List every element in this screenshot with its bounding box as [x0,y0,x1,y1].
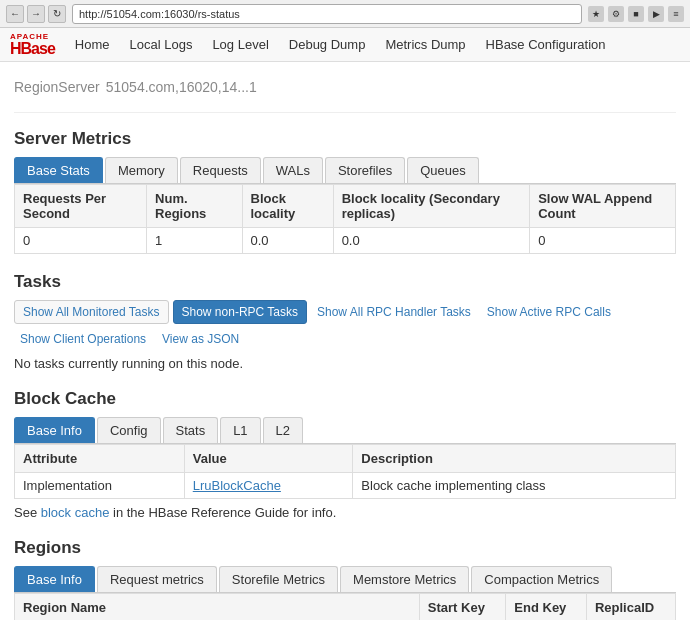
col-num-regions: Num. Regions [147,185,242,228]
regions-table: Region Name Start Key End Key ReplicaID … [14,593,676,620]
browser-toolbar: ← → ↻ ★ ⚙ ■ ▶ ≡ [0,0,690,28]
col-start-key: Start Key [419,594,506,621]
show-non-rpc-tasks-button[interactable]: Show non-RPC Tasks [173,300,308,324]
user-icon[interactable]: ▶ [648,6,664,22]
tab-config[interactable]: Config [97,417,161,443]
tab-base-info[interactable]: Base Info [14,417,95,443]
tab-memory[interactable]: Memory [105,157,178,183]
tab-compaction-metrics[interactable]: Compaction Metrics [471,566,612,592]
task-buttons: Show All Monitored Tasks Show non-RPC Ta… [14,300,676,350]
server-metrics-tabs: Base Stats Memory Requests WALs Storefil… [14,157,676,184]
back-button[interactable]: ← [6,5,24,23]
app-navbar: APACHE HBase Home Local Logs Log Level D… [0,28,690,62]
nav-metrics-dump[interactable]: Metrics Dump [375,28,475,61]
val-slow-wal: 0 [530,228,676,254]
tab-base-stats[interactable]: Base Stats [14,157,103,183]
view-as-json-button[interactable]: View as JSON [156,328,245,350]
hbase-text: HBase [10,41,55,57]
server-metrics-table: Requests Per Second Num. Regions Block l… [14,184,676,254]
page-title: RegionServer 51054.com,16020,14...1 [14,72,676,98]
nav-local-logs[interactable]: Local Logs [120,28,203,61]
nav-log-level[interactable]: Log Level [202,28,278,61]
server-metrics-title: Server Metrics [14,129,676,149]
lru-block-cache-link[interactable]: LruBlockCache [193,478,281,493]
col-end-key: End Key [506,594,587,621]
col-block-locality: Block locality [242,185,333,228]
show-monitored-tasks-button[interactable]: Show All Monitored Tasks [14,300,169,324]
tasks-section: Tasks Show All Monitored Tasks Show non-… [14,272,676,371]
hbase-logo: APACHE HBase [0,28,65,61]
tab-requests[interactable]: Requests [180,157,261,183]
nav-home[interactable]: Home [65,28,120,61]
col-value: Value [184,445,353,473]
tab-l1[interactable]: L1 [220,417,260,443]
block-cache-section: Block Cache Base Info Config Stats L1 L2… [14,389,676,520]
menu-icon[interactable]: ≡ [668,6,684,22]
show-active-rpc-calls-button[interactable]: Show Active RPC Calls [481,301,617,323]
nav-hbase-config[interactable]: HBase Configuration [476,28,616,61]
star-icon[interactable]: ★ [588,6,604,22]
block-cache-tabs: Base Info Config Stats L1 L2 [14,417,676,444]
tab-stats[interactable]: Stats [163,417,219,443]
col-attribute: Attribute [15,445,185,473]
tab-request-metrics[interactable]: Request metrics [97,566,217,592]
block-cache-table: Attribute Value Description Implementati… [14,444,676,499]
val-block-locality: 0.0 [242,228,333,254]
regions-tabs: Base Info Request metrics Storefile Metr… [14,566,676,593]
block-cache-ref-link[interactable]: block cache [41,505,110,520]
table-row: Implementation LruBlockCache Block cache… [15,473,676,499]
desc-implementation: Block cache implementing class [353,473,676,499]
val-rps: 0 [15,228,147,254]
extensions-icon[interactable]: ■ [628,6,644,22]
page-content: RegionServer 51054.com,16020,14...1 Serv… [0,62,690,620]
block-cache-title: Block Cache [14,389,676,409]
server-address: 51054.com,16020,14...1 [106,79,257,95]
nav-links: Home Local Logs Log Level Debug Dump Met… [65,28,616,61]
regions-title: Regions [14,538,676,558]
val-block-locality-secondary: 0.0 [333,228,530,254]
attr-implementation: Implementation [15,473,185,499]
col-description: Description [353,445,676,473]
tab-storefiles[interactable]: Storefiles [325,157,405,183]
address-bar[interactable] [72,4,582,24]
regions-section: Regions Base Info Request metrics Storef… [14,538,676,620]
server-metrics-section: Server Metrics Base Stats Memory Request… [14,129,676,254]
col-region-name: Region Name [15,594,420,621]
val-lru-block-cache: LruBlockCache [184,473,353,499]
tab-regions-base-info[interactable]: Base Info [14,566,95,592]
forward-button[interactable]: → [27,5,45,23]
ref-link-text: See block cache in the HBase Reference G… [14,505,676,520]
col-slow-wal: Slow WAL Append Count [530,185,676,228]
tab-wals[interactable]: WALs [263,157,323,183]
col-replica-id: ReplicaID [586,594,675,621]
no-tasks-message: No tasks currently running on this node. [14,356,676,371]
table-row: 0 1 0.0 0.0 0 [15,228,676,254]
refresh-button[interactable]: ↻ [48,5,66,23]
page-header: RegionServer 51054.com,16020,14...1 [14,72,676,113]
col-block-locality-secondary: Block locality (Secondary replicas) [333,185,530,228]
settings-icon[interactable]: ⚙ [608,6,624,22]
tab-storefile-metrics[interactable]: Storefile Metrics [219,566,338,592]
show-client-operations-button[interactable]: Show Client Operations [14,328,152,350]
tab-l2[interactable]: L2 [263,417,303,443]
val-num-regions: 1 [147,228,242,254]
show-rpc-handler-tasks-button[interactable]: Show All RPC Handler Tasks [311,301,477,323]
tab-memstore-metrics[interactable]: Memstore Metrics [340,566,469,592]
tab-queues[interactable]: Queues [407,157,479,183]
nav-debug-dump[interactable]: Debug Dump [279,28,376,61]
tasks-title: Tasks [14,272,676,292]
col-rps: Requests Per Second [15,185,147,228]
